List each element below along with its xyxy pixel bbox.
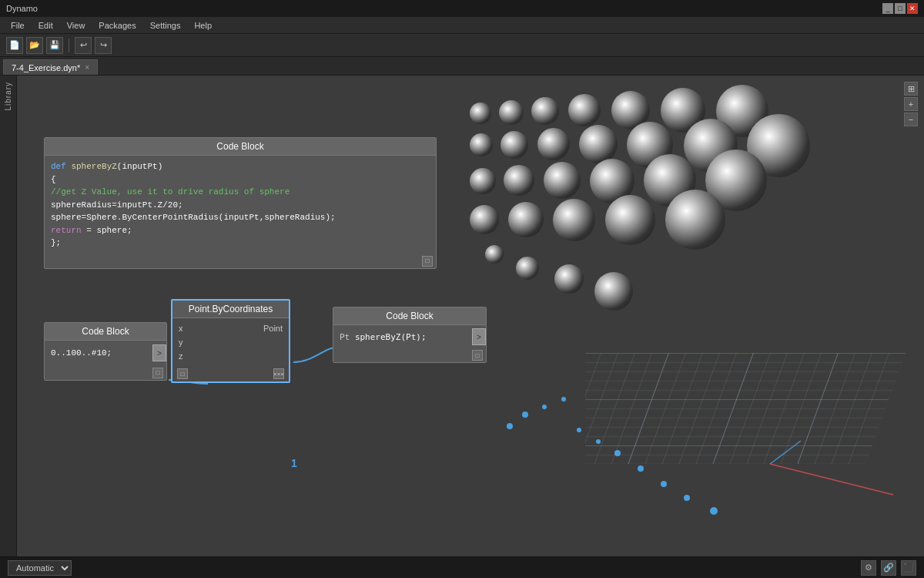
sphere-5-4	[594, 272, 633, 311]
canvas[interactable]: ⊞ + − Code Block	[17, 76, 924, 556]
library-sidebar[interactable]: Library	[0, 76, 17, 556]
close-button[interactable]: ✕	[907, 3, 918, 14]
tab-close-button[interactable]: ×	[85, 63, 89, 72]
code-block-small[interactable]: Code Block 0..100..#10; > □	[44, 322, 167, 381]
sphere-1-3	[531, 97, 559, 125]
sphere-3-1	[470, 168, 496, 194]
spheres-area	[470, 91, 901, 384]
point-node-footer: □ ×××	[172, 366, 289, 381]
menubar: File Edit View Packages Settings Help	[0, 17, 924, 34]
3d-viewport	[462, 76, 924, 556]
point-settings-button[interactable]: ×××	[273, 368, 284, 379]
new-button[interactable]: 📄	[6, 37, 23, 54]
run-mode-select[interactable]: Automatic Manual	[8, 560, 72, 576]
menu-packages[interactable]: Packages	[92, 19, 142, 32]
sphere-5-2	[516, 257, 539, 280]
sphere-3-2	[504, 165, 534, 196]
expand-button[interactable]: □	[422, 256, 433, 267]
code-block-large-header: Code Block	[45, 138, 436, 156]
port-row-z: z	[172, 349, 289, 363]
menu-file[interactable]: File	[5, 19, 31, 32]
pt-label: Pt	[340, 332, 355, 342]
toolbar: 📄 📂 💾 ↩ ↪	[0, 34, 924, 57]
tabbar: 7-4_Exercise.dyn* ×	[0, 57, 924, 76]
active-tab[interactable]: 7-4_Exercise.dyn* ×	[3, 59, 98, 75]
status-icon-2[interactable]: 🔗	[881, 560, 896, 576]
menu-view[interactable]: View	[61, 19, 92, 32]
number-label-1: 1	[291, 457, 297, 469]
app-title: Dynamo	[6, 4, 38, 13]
titlebar-controls: _ □ ✕	[882, 3, 918, 14]
point-node-ports: x Point y z	[172, 318, 289, 366]
library-label[interactable]: Library	[4, 82, 12, 111]
sphere-4-1	[470, 205, 499, 234]
port-y-label: y	[179, 338, 283, 347]
minimize-button[interactable]: _	[882, 3, 893, 14]
statusbar: Automatic Manual ⚙ 🔗 ⬛	[0, 556, 924, 578]
code-block-large[interactable]: Code Block def sphereByZ(inputPt) { //ge…	[44, 137, 437, 269]
sphere-1-4	[568, 94, 601, 126]
status-icon-1[interactable]: ⚙	[861, 560, 876, 576]
point-by-coordinates-node[interactable]: Point.ByCoordinates x Point y z □ ×××	[171, 299, 290, 383]
save-button[interactable]: 💾	[46, 37, 63, 54]
sphere-2-3	[537, 128, 570, 160]
port-row-y: y	[172, 335, 289, 349]
code-block-large-footer: □	[45, 254, 436, 268]
titlebar: Dynamo _ □ ✕	[0, 0, 924, 17]
toolbar-separator	[69, 39, 69, 52]
sphere-1-1	[470, 102, 491, 124]
open-button[interactable]: 📂	[26, 37, 43, 54]
sphere-2-4	[579, 125, 618, 163]
x-axis	[770, 464, 893, 495]
sphere-4-5	[665, 190, 725, 250]
sphere-2-2	[500, 131, 528, 159]
port-point-output: Point	[231, 324, 283, 333]
sphere-4-4	[605, 195, 655, 245]
maximize-button[interactable]: □	[895, 3, 906, 14]
menu-edit[interactable]: Edit	[32, 19, 59, 32]
run-arrow-button[interactable]: >	[152, 344, 166, 361]
sphere-3-3	[544, 162, 581, 199]
point-node-header: Point.ByCoordinates	[172, 301, 289, 318]
port-x-label: x	[179, 324, 231, 333]
redo-button[interactable]: ↪	[95, 37, 112, 54]
expand-small-button[interactable]: □	[152, 368, 163, 378]
code-block-small-body: 0..100..#10;	[45, 344, 152, 363]
undo-button[interactable]: ↩	[75, 37, 92, 54]
tab-label: 7-4_Exercise.dyn*	[12, 63, 80, 72]
status-icon-3[interactable]: ⬛	[901, 560, 916, 576]
menu-settings[interactable]: Settings	[144, 19, 187, 32]
port-z-label: z	[179, 351, 283, 361]
sphere-5-1	[485, 245, 504, 264]
sphere-4-2	[508, 202, 544, 237]
port-row-x: x Point	[172, 321, 289, 335]
titlebar-left: Dynamo	[6, 4, 38, 13]
code-block-large-body: def sphereByZ(inputPt) { //get Z Value, …	[45, 156, 436, 254]
status-icons: ⚙ 🔗 ⬛	[861, 560, 916, 576]
main-area: Library ⊞ + −	[0, 76, 924, 556]
sphere-5-3	[554, 264, 584, 294]
code-block-right-body: Pt sphereByZ(Pt);	[333, 329, 472, 345]
sphere-4-3	[553, 199, 595, 241]
sphere-1-2	[499, 100, 524, 125]
sphere-2-1	[470, 133, 493, 156]
code-block-small-footer: □	[45, 366, 166, 380]
menu-help[interactable]: Help	[188, 19, 218, 32]
point-expand-button[interactable]: □	[177, 368, 188, 379]
code-block-small-header: Code Block	[45, 323, 166, 341]
